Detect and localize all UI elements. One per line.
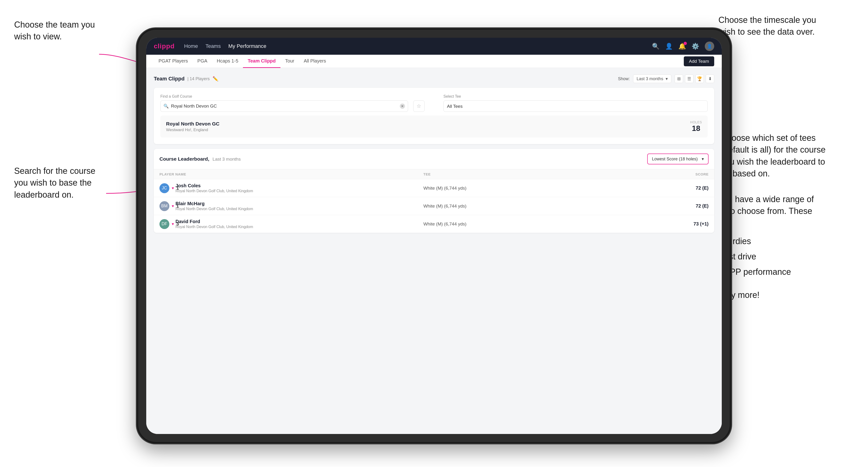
nav-teams[interactable]: Teams xyxy=(206,43,221,49)
player-info-1: Josh Coles Royal North Devon Golf Club, … xyxy=(174,183,423,193)
tee-info-3: White (M) (6,744 yds) xyxy=(423,221,673,227)
player-avatar-1: JC xyxy=(159,183,169,193)
search-icon-inner: 🔍 xyxy=(163,103,168,109)
ipad-frame: clippd Home Teams My Performance 🔍 👤 🔔 ⚙… xyxy=(137,28,731,443)
leaderboard-section: Course Leaderboard, Last 3 months Lowest… xyxy=(154,149,714,233)
holes-box: Holes 18 xyxy=(690,120,702,133)
player-avatar-2: BM xyxy=(159,201,169,211)
settings-icon[interactable]: ⚙️ xyxy=(691,43,699,50)
player-name-2: Blair McHarg xyxy=(176,201,423,206)
chevron-down-icon: ▾ xyxy=(665,76,668,81)
course-result: Royal North Devon GC Westward Ho!, Engla… xyxy=(160,116,708,137)
player-rank-col-1: JC ♥ 1 xyxy=(159,183,174,193)
navbar: clippd Home Teams My Performance 🔍 👤 🔔 ⚙… xyxy=(146,38,722,55)
view-icons: ⊞ ☰ 🏆 ⬇ xyxy=(675,74,714,83)
subnav-team-clippd[interactable]: Team Clippd xyxy=(243,55,280,68)
find-course-label: Find a Golf Course xyxy=(160,94,425,99)
select-tee-column: Select Tee All Tees White Yellow Red xyxy=(443,94,708,112)
player-info-3: David Ford Royal North Devon Golf Club, … xyxy=(174,219,423,229)
brand-logo: clippd xyxy=(154,42,175,50)
holes-label: Holes xyxy=(690,120,702,124)
navbar-icons: 🔍 👤 🔔 ⚙️ 👤 xyxy=(652,41,714,51)
select-tee-label: Select Tee xyxy=(443,94,708,99)
nav-home[interactable]: Home xyxy=(184,43,198,49)
list-view-button[interactable]: ☰ xyxy=(685,74,693,83)
search-input-wrap: 🔍 ✕ xyxy=(160,100,408,112)
grid-view-button[interactable]: ⊞ xyxy=(675,74,683,83)
subnav: PGAT Players PGA Hcaps 1-5 Team Clippd T… xyxy=(146,55,722,68)
course-name: Royal North Devon GC xyxy=(166,121,219,127)
users-icon[interactable]: 👤 xyxy=(665,43,673,50)
tee-info-2: White (M) (6,744 yds) xyxy=(423,204,673,209)
table-row: JC ♥ 1 Josh Coles Royal North Devon Golf… xyxy=(154,179,714,197)
annotation-right-middle: Choose which set of tees (default is all… xyxy=(721,132,826,180)
score-3: 73 (+1) xyxy=(673,221,709,227)
notif-badge xyxy=(684,42,687,45)
edit-icon[interactable]: ✏️ xyxy=(213,76,218,82)
search-icon[interactable]: 🔍 xyxy=(652,43,659,50)
player-name-1: Josh Coles xyxy=(176,183,423,188)
score-2: 72 (E) xyxy=(673,203,709,209)
spacer xyxy=(429,94,439,112)
player-rank-col-3: DF ♥ 3 xyxy=(159,219,174,229)
player-club-3: Royal North Devon Golf Club, United King… xyxy=(176,225,423,229)
ipad-screen: clippd Home Teams My Performance 🔍 👤 🔔 ⚙… xyxy=(146,38,722,434)
annotation-left-middle: Search for the course you wish to base t… xyxy=(14,165,95,201)
col-tee: TEE xyxy=(423,172,673,176)
download-button[interactable]: ⬇ xyxy=(706,74,714,83)
chevron-down-icon: ▾ xyxy=(702,156,704,161)
subnav-pgat-players[interactable]: PGAT Players xyxy=(154,55,193,68)
tee-select-wrap: All Tees White Yellow Red xyxy=(443,100,708,112)
course-location: Westward Ho!, England xyxy=(166,128,219,132)
main-content: Team Clippd | 14 Players ✏️ Show: Last 3… xyxy=(146,68,722,434)
table-row: DF ♥ 3 David Ford Royal North Devon Golf… xyxy=(154,215,714,233)
subnav-tour[interactable]: Tour xyxy=(280,55,299,68)
tee-select[interactable]: All Tees White Yellow Red xyxy=(443,100,708,112)
subnav-pga[interactable]: PGA xyxy=(193,55,212,68)
player-rank-col-2: BM ♥ 1 xyxy=(159,201,174,211)
add-team-button[interactable]: Add Team xyxy=(684,56,714,66)
col-player-name: PLAYER NAME xyxy=(159,172,423,176)
holes-number: 18 xyxy=(690,124,702,133)
navbar-links: Home Teams My Performance xyxy=(184,43,643,49)
subnav-left: PGAT Players PGA Hcaps 1-5 Team Clippd T… xyxy=(154,55,331,68)
team-subtitle: | 14 Players xyxy=(187,76,210,81)
score-1: 72 (E) xyxy=(673,185,709,191)
player-info-2: Blair McHarg Royal North Devon Golf Club… xyxy=(174,201,423,211)
user-avatar[interactable]: 👤 xyxy=(705,41,714,51)
notification-icon[interactable]: 🔔 xyxy=(678,43,686,50)
course-result-info: Royal North Devon GC Westward Ho!, Engla… xyxy=(166,121,219,132)
player-club-1: Royal North Devon Golf Club, United King… xyxy=(176,189,423,193)
show-dropdown[interactable]: Last 3 months ▾ xyxy=(633,74,671,83)
table-row: BM ♥ 1 Blair McHarg Royal North Devon Go… xyxy=(154,197,714,215)
col-score: SCORE xyxy=(673,172,709,176)
search-row: Find a Golf Course 🔍 ✕ ☆ Select Tee xyxy=(160,94,708,112)
search-card: Find a Golf Course 🔍 ✕ ☆ Select Tee xyxy=(154,88,714,144)
annotation-top-left: Choose the team you wish to view. xyxy=(14,19,95,43)
lb-sort-dropdown[interactable]: Lowest Score (18 holes) ▾ xyxy=(647,154,709,164)
star-button[interactable]: ☆ xyxy=(413,100,425,112)
team-title: Team Clippd | 14 Players ✏️ xyxy=(154,76,218,82)
tee-info-1: White (M) (6,744 yds) xyxy=(423,186,673,191)
find-course-column: Find a Golf Course 🔍 ✕ ☆ xyxy=(160,94,425,112)
team-header-row: Team Clippd | 14 Players ✏️ Show: Last 3… xyxy=(154,74,714,83)
player-club-2: Royal North Devon Golf Club, United King… xyxy=(176,207,423,211)
lb-table-header: PLAYER NAME TEE SCORE xyxy=(154,169,714,179)
subnav-all-players[interactable]: All Players xyxy=(299,55,331,68)
lb-header: Course Leaderboard, Last 3 months Lowest… xyxy=(154,149,714,169)
course-search-input[interactable] xyxy=(171,103,400,109)
subnav-hcaps[interactable]: Hcaps 1-5 xyxy=(212,55,243,68)
lb-title: Course Leaderboard, Last 3 months xyxy=(159,156,241,162)
clear-search-button[interactable]: ✕ xyxy=(400,103,405,109)
player-name-3: David Ford xyxy=(176,219,423,224)
nav-my-performance[interactable]: My Performance xyxy=(228,43,266,49)
trophy-view-button[interactable]: 🏆 xyxy=(695,74,704,83)
annotation-top-right: Choose the timescale you wish to see the… xyxy=(718,14,816,38)
show-row: Show: Last 3 months ▾ ⊞ ☰ 🏆 ⬇ xyxy=(618,74,714,83)
player-avatar-3: DF xyxy=(159,219,169,229)
